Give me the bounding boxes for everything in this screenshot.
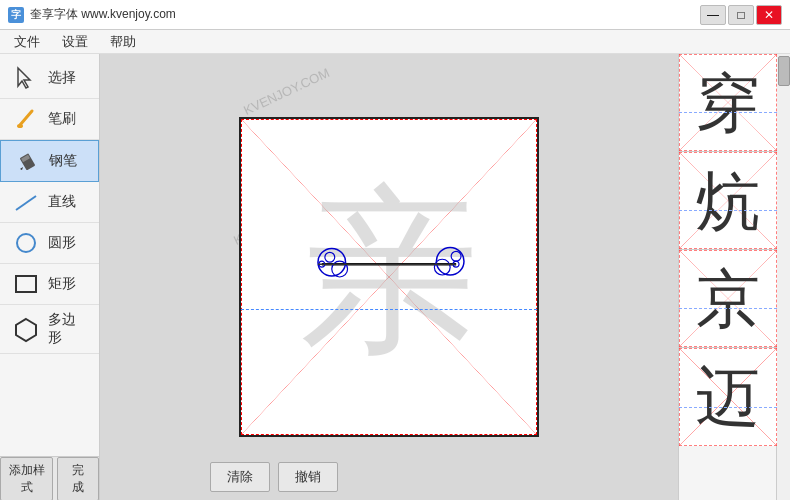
add-style-button[interactable]: 添加样式 — [0, 457, 53, 501]
right-scrollbar[interactable] — [776, 54, 790, 500]
svg-point-12 — [332, 261, 348, 277]
menu-bar: 文件 设置 帮助 — [0, 30, 790, 54]
svg-point-14 — [319, 261, 325, 267]
maximize-button[interactable]: □ — [728, 5, 754, 25]
char-preview-list: 穿 炕 京 迈 — [679, 54, 776, 446]
svg-point-7 — [17, 234, 35, 252]
preview-hline-0 — [679, 112, 777, 113]
action-bar: 清除 撤销 — [210, 462, 338, 492]
toolbar: 选择 笔刷 钢笔 — [0, 54, 100, 500]
svg-line-6 — [16, 196, 36, 210]
tool-select[interactable]: 选择 — [0, 58, 99, 99]
tool-brush[interactable]: 笔刷 — [0, 99, 99, 140]
pen-icon — [11, 147, 43, 175]
tool-rect-label: 矩形 — [48, 275, 76, 293]
right-panel: 穿 炕 京 迈 — [678, 54, 790, 500]
char-preview-2[interactable]: 京 — [679, 250, 777, 348]
tool-polygon-label: 多边形 — [48, 311, 89, 347]
preview-char-2: 京 — [696, 267, 760, 331]
done-button[interactable]: 完成 — [57, 457, 99, 501]
tool-pen[interactable]: 钢笔 — [0, 140, 99, 182]
ghost-char: 亲 — [299, 181, 479, 361]
title-bar: 字 奎享字体 www.kvenjoy.com — □ ✕ — [0, 0, 790, 30]
bottom-action-bar: 添加样式 完成 — [0, 456, 99, 500]
char-cell: 亲 — [239, 117, 539, 437]
preview-char-3: 迈 — [696, 365, 760, 429]
circle-icon — [10, 229, 42, 257]
line-icon — [10, 188, 42, 216]
rect-icon — [10, 270, 42, 298]
preview-hline-3 — [679, 407, 777, 408]
watermark-1: KVENJOY.COM — [241, 65, 332, 118]
svg-marker-0 — [18, 68, 30, 88]
tool-line-label: 直线 — [48, 193, 76, 211]
menu-settings[interactable]: 设置 — [52, 31, 98, 53]
svg-point-13 — [325, 252, 335, 262]
svg-point-2 — [17, 124, 23, 128]
clear-button[interactable]: 清除 — [210, 462, 270, 492]
menu-file[interactable]: 文件 — [4, 31, 50, 53]
tool-select-label: 选择 — [48, 69, 76, 87]
svg-point-17 — [451, 251, 461, 261]
tool-rect[interactable]: 矩形 — [0, 264, 99, 305]
select-icon — [10, 64, 42, 92]
canvas-area[interactable]: KVENJOY.COM KVENJOY.COM KVENJOY.COM KVEN… — [100, 54, 678, 500]
app-icon: 字 — [8, 7, 24, 23]
close-button[interactable]: ✕ — [756, 5, 782, 25]
preview-char-1: 炕 — [696, 169, 760, 233]
svg-point-15 — [436, 247, 464, 275]
tool-pen-label: 钢笔 — [49, 152, 77, 170]
title-bar-left: 字 奎享字体 www.kvenjoy.com — [8, 6, 176, 23]
window-title: 奎享字体 www.kvenjoy.com — [30, 6, 176, 23]
preview-hline-2 — [679, 308, 777, 309]
svg-point-11 — [318, 248, 346, 276]
app-icon-text: 字 — [11, 8, 21, 22]
char-preview-3[interactable]: 迈 — [679, 348, 777, 446]
polygon-icon — [10, 315, 42, 343]
brush-icon — [10, 105, 42, 133]
tool-circle-label: 圆形 — [48, 234, 76, 252]
svg-marker-9 — [16, 319, 36, 341]
svg-point-16 — [434, 259, 450, 275]
preview-hline-1 — [679, 210, 777, 211]
menu-help[interactable]: 帮助 — [100, 31, 146, 53]
main-layout: 选择 笔刷 钢笔 — [0, 54, 790, 500]
tool-brush-label: 笔刷 — [48, 110, 76, 128]
red-dash-border — [241, 119, 537, 435]
stroke-svg — [241, 119, 537, 435]
undo-button[interactable]: 撤销 — [278, 462, 338, 492]
svg-point-18 — [453, 261, 459, 267]
preview-char-0: 穿 — [696, 71, 760, 135]
char-preview-1[interactable]: 炕 — [679, 152, 777, 250]
window-controls: — □ ✕ — [700, 5, 782, 25]
scrollbar-thumb[interactable] — [778, 56, 790, 86]
tool-line[interactable]: 直线 — [0, 182, 99, 223]
svg-line-1 — [20, 111, 32, 125]
horizontal-guide — [241, 309, 537, 310]
minimize-button[interactable]: — — [700, 5, 726, 25]
drawing-canvas[interactable]: 亲 — [239, 117, 539, 437]
char-preview-0[interactable]: 穿 — [679, 54, 777, 152]
svg-rect-8 — [16, 276, 36, 292]
tool-circle[interactable]: 圆形 — [0, 223, 99, 264]
tool-polygon[interactable]: 多边形 — [0, 305, 99, 354]
svg-marker-4 — [20, 167, 23, 170]
